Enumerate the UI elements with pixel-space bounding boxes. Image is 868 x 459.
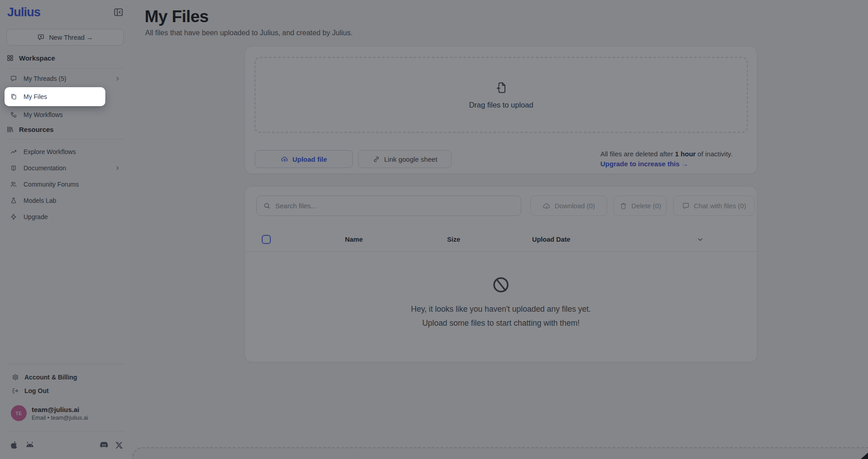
sidebar-item-my-workflows[interactable]: My Workflows — [6, 106, 124, 123]
sidebar-item-models-lab[interactable]: Models Lab — [6, 192, 124, 209]
trash-icon — [619, 202, 627, 210]
log-out-icon — [12, 387, 19, 394]
log-out-button[interactable]: Log Out — [6, 384, 124, 398]
social-links-row — [9, 440, 123, 450]
message-plus-icon — [37, 33, 45, 41]
link-icon — [373, 155, 380, 163]
grid-icon — [6, 54, 14, 62]
chat-bubble-icon — [682, 202, 690, 210]
chat-with-files-button[interactable]: Chat with files (0) — [673, 196, 755, 216]
new-thread-label: New Thread → — [49, 34, 93, 41]
download-button[interactable]: Download (0) — [530, 196, 607, 216]
gear-icon — [12, 374, 19, 381]
resources-nav: Explore Workflows Documentation Communit… — [6, 144, 124, 225]
panel-left-close-icon — [113, 7, 124, 18]
book-open-icon — [10, 164, 17, 172]
new-thread-button[interactable]: New Thread → — [6, 29, 124, 46]
sidebar: Julius New Thread → Workspace My Threads… — [0, 0, 130, 459]
avatar: TE — [11, 405, 27, 421]
bottom-panel-edge — [132, 447, 868, 459]
users-icon — [10, 181, 17, 188]
cloud-upload-icon — [281, 155, 288, 163]
page-title: My Files — [145, 7, 208, 26]
sidebar-item-my-threads[interactable]: My Threads (5) — [6, 70, 124, 87]
upgrade-link[interactable]: Upgrade to increase this → — [600, 159, 745, 169]
empty-state-line1: Hey, it looks like you haven't uploaded … — [411, 302, 591, 316]
android-icon[interactable] — [25, 440, 35, 450]
empty-state: Hey, it looks like you haven't uploaded … — [245, 275, 757, 330]
column-header-upload-date: Upload Date — [532, 229, 571, 250]
divider — [6, 139, 124, 139]
sidebar-item-upgrade[interactable]: Upgrade — [6, 209, 124, 225]
divider — [6, 364, 124, 364]
flask-icon — [10, 197, 17, 204]
search-files-field — [256, 196, 521, 216]
files-card: Download (0) Delete (0) Chat with files … — [245, 186, 757, 362]
file-dropzone[interactable]: Drag files to upload — [255, 57, 748, 133]
upload-file-button[interactable]: Upload file — [255, 150, 353, 168]
zap-icon — [10, 213, 17, 220]
retention-notice: All files are deleted after 1 hour of in… — [600, 149, 745, 169]
user-account-row[interactable]: TE team@julius.ai Email • team@julius.ai — [11, 405, 88, 421]
page-subtitle: All files that have been uploaded to Jul… — [145, 29, 353, 37]
search-input[interactable] — [275, 202, 514, 210]
chevron-down-icon[interactable] — [696, 235, 704, 244]
workspace-nav: My Threads (5) My Files My Workflows — [6, 70, 124, 123]
file-plus-icon — [495, 81, 508, 94]
chevron-right-icon — [114, 75, 121, 82]
account-billing-button[interactable]: Account & Billing — [6, 370, 124, 384]
x-icon[interactable] — [115, 441, 123, 450]
sidebar-item-explore-workflows[interactable]: Explore Workflows — [6, 144, 124, 160]
divider — [245, 251, 757, 252]
cursor-wedge — [861, 453, 868, 459]
library-icon — [6, 126, 14, 133]
apple-icon[interactable] — [9, 440, 19, 450]
user-email: team@julius.ai — [32, 406, 88, 413]
workspace-section-header: Workspace — [6, 54, 124, 62]
column-header-size: Size — [447, 229, 460, 250]
divider — [6, 431, 124, 432]
workflow-icon — [10, 111, 17, 118]
discord-icon[interactable] — [99, 440, 109, 450]
resources-section-header: Resources — [6, 126, 124, 133]
upload-card: Drag files to upload Upload file Link go… — [245, 46, 757, 174]
user-auth-detail: Email • team@julius.ai — [32, 415, 88, 421]
chat-bubble-icon — [10, 75, 17, 82]
trending-up-icon — [10, 148, 17, 155]
delete-button[interactable]: Delete (0) — [613, 196, 667, 216]
chevron-right-icon — [114, 164, 121, 172]
column-header-name: Name — [345, 229, 363, 250]
search-icon — [263, 202, 271, 210]
julius-logo: Julius — [7, 5, 40, 19]
cloud-download-icon — [542, 202, 551, 210]
empty-state-line2: Upload some files to start chatting with… — [411, 316, 591, 330]
divider — [6, 68, 124, 69]
sidebar-item-my-files[interactable]: My Files — [5, 87, 105, 106]
link-google-sheet-button[interactable]: Link google sheet — [358, 150, 452, 168]
sidebar-item-documentation[interactable]: Documentation — [6, 160, 124, 176]
collapse-sidebar-button[interactable] — [113, 6, 125, 18]
sidebar-item-community-forums[interactable]: Community Forums — [6, 176, 124, 192]
dropzone-label: Drag files to upload — [469, 101, 533, 109]
table-header-row: Name Size Upload Date — [245, 229, 757, 250]
ban-icon — [491, 275, 511, 295]
select-all-checkbox[interactable] — [262, 235, 271, 244]
files-icon — [10, 93, 17, 100]
